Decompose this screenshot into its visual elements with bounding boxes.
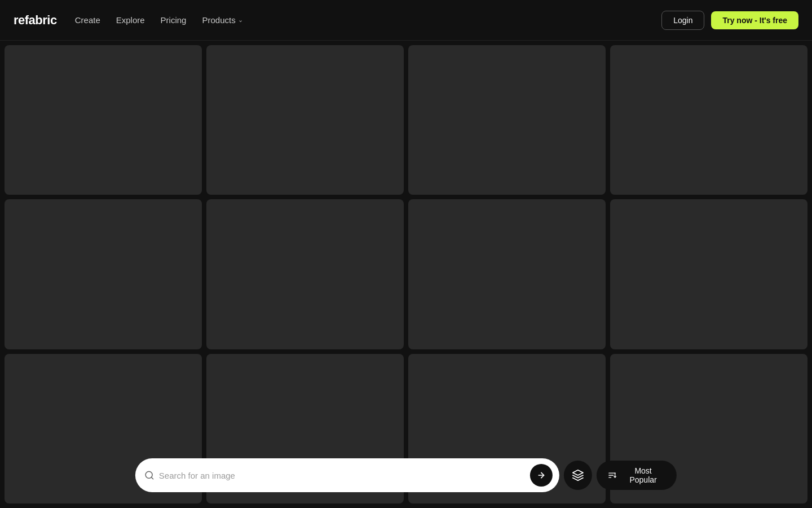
- search-submit-button[interactable]: [530, 464, 553, 487]
- layers-button[interactable]: [564, 461, 592, 490]
- svg-line-1: [151, 477, 153, 479]
- try-now-button[interactable]: Try now - It's free: [711, 11, 798, 29]
- grid-item[interactable]: [610, 199, 807, 349]
- sort-label: Most Popular: [621, 466, 665, 484]
- grid-item[interactable]: [206, 45, 404, 195]
- grid-item[interactable]: [408, 45, 606, 195]
- grid-item[interactable]: [5, 45, 202, 195]
- chevron-down-icon: ⌄: [238, 16, 243, 24]
- search-input[interactable]: [159, 471, 526, 480]
- image-grid: [0, 41, 812, 508]
- grid-item[interactable]: [206, 199, 404, 349]
- search-bar: [135, 458, 559, 492]
- nav-create[interactable]: Create: [75, 15, 100, 25]
- search-icon: [144, 470, 155, 480]
- nav: Create Explore Pricing Products ⌄: [75, 15, 243, 25]
- header-left: refabric Create Explore Pricing Products…: [14, 13, 243, 28]
- login-button[interactable]: Login: [661, 11, 704, 30]
- logo[interactable]: refabric: [14, 13, 57, 28]
- svg-marker-3: [572, 470, 582, 475]
- nav-pricing[interactable]: Pricing: [161, 15, 187, 25]
- grid-item[interactable]: [5, 199, 202, 349]
- nav-products[interactable]: Products ⌄: [202, 15, 242, 25]
- header: refabric Create Explore Pricing Products…: [0, 0, 812, 41]
- sort-button[interactable]: Most Popular: [597, 461, 677, 490]
- grid-item[interactable]: [408, 199, 606, 349]
- bottom-bar: Most Popular: [135, 458, 677, 492]
- nav-explore[interactable]: Explore: [116, 15, 145, 25]
- header-right: Login Try now - It's free: [661, 11, 798, 30]
- grid-item[interactable]: [610, 45, 807, 195]
